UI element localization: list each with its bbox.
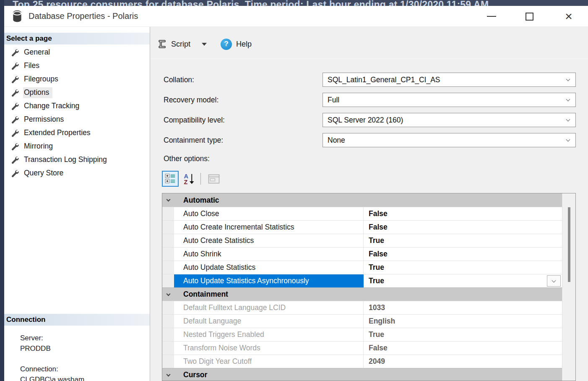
chevron-down-icon <box>566 97 570 101</box>
sidebar-item-label: Transaction Log Shipping <box>23 154 110 165</box>
connection-header: Connection <box>4 314 150 326</box>
chevron-down-icon <box>566 117 570 121</box>
row-margin <box>162 248 174 261</box>
sidebar-item-label: Options <box>23 87 52 98</box>
sidebar-item-label: Filegroups <box>23 74 62 85</box>
chevron-down-icon <box>552 278 556 282</box>
grid-row-two-digit-year-cutoff[interactable]: Two Digit Year Cutoff 2049 <box>162 355 562 368</box>
containment-type-select[interactable]: None <box>323 133 576 147</box>
sidebar-item-query-store[interactable]: Query Store <box>4 167 150 180</box>
property-grid-toolbar: A Z <box>162 170 223 187</box>
script-button[interactable]: Script <box>171 40 190 49</box>
script-icon <box>157 39 167 49</box>
collapse-chevron-icon[interactable] <box>162 199 174 201</box>
main-panel: Script ? Help Collation: SQL_Latin1_Gene… <box>150 27 588 381</box>
maximize-button[interactable] <box>520 6 539 27</box>
compatibility-level-value: SQL Server 2022 (160) <box>328 116 403 125</box>
chevron-down-icon <box>566 77 570 81</box>
grid-row-default-language[interactable]: Default Language English <box>162 314 562 328</box>
grid-row-auto-update-statistics-asynchronously[interactable]: Auto Update Statistics Asynchronously Tr… <box>162 274 562 287</box>
category-cursor[interactable]: Cursor <box>162 368 562 381</box>
grid-row-nested-triggers-enabled[interactable]: Nested Triggers Enabled True <box>162 328 562 341</box>
sidebar-item-label: Permissions <box>23 114 67 125</box>
grid-scrollbar-thumb[interactable] <box>568 207 570 282</box>
server-label: Server: <box>20 334 43 342</box>
recovery-model-value: Full <box>328 96 339 104</box>
grid-row-auto-create-incremental-statistics[interactable]: Auto Create Incremental Statistics False <box>162 220 562 234</box>
grid-row-transform-noise-words[interactable]: Transform Noise Words False <box>162 341 562 355</box>
grid-row-auto-shrink[interactable]: Auto Shrink False <box>162 247 562 261</box>
grid-row-auto-create-statistics[interactable]: Auto Create Statistics True <box>162 234 562 247</box>
sidebar-item-files[interactable]: Files <box>4 59 150 73</box>
connection-value: CLGDBC\a.washam <box>20 376 84 381</box>
help-icon: ? <box>221 39 232 50</box>
grid-row-default-fulltext-language-lcid[interactable]: Default Fulltext Language LCID 1033 <box>162 301 562 314</box>
property-pages-button[interactable] <box>205 171 223 187</box>
sidebar-item-change-tracking[interactable]: Change Tracking <box>4 99 150 113</box>
grid-row-auto-close[interactable]: Auto Close False <box>162 207 562 220</box>
sidebar-item-general[interactable]: General <box>4 46 150 59</box>
sidebar: Select a page General Files Filegroups O… <box>4 27 150 381</box>
connection-label: Connection: <box>20 365 58 373</box>
collation-select[interactable]: SQL_Latin1_General_CP1_CI_AS <box>323 73 576 87</box>
minimize-icon <box>487 16 496 17</box>
wrench-icon <box>10 75 19 84</box>
collation-label: Collation: <box>164 73 194 87</box>
sidebar-item-permissions[interactable]: Permissions <box>4 113 150 126</box>
row-margin <box>162 207 174 220</box>
category-containment[interactable]: Containment <box>162 287 562 301</box>
database-icon <box>12 10 23 23</box>
sidebar-item-extended-properties[interactable]: Extended Properties <box>4 126 150 140</box>
sidebar-item-mirroring[interactable]: Mirroring <box>4 140 150 153</box>
row-margin <box>162 328 174 341</box>
collapse-chevron-icon[interactable] <box>162 374 174 376</box>
background-window-edge <box>0 0 4 381</box>
script-dropdown-button[interactable] <box>200 38 209 50</box>
minimize-button[interactable] <box>482 6 501 27</box>
collapse-chevron-icon[interactable] <box>162 294 174 295</box>
category-automatic[interactable]: Automatic <box>162 193 562 207</box>
containment-type-label: Containment type: <box>164 133 223 147</box>
page-list: General Files Filegroups Options Change … <box>4 46 150 180</box>
value-dropdown-button[interactable] <box>547 275 561 287</box>
categorized-icon <box>165 173 176 184</box>
sidebar-item-transaction-log-shipping[interactable]: Transaction Log Shipping <box>4 153 150 167</box>
dialog-title: Database Properties - Polaris <box>29 11 138 21</box>
svg-text:Z: Z <box>184 179 188 185</box>
screen: Top 25 resource consumers for database P… <box>0 0 588 381</box>
sidebar-item-label: General <box>23 47 53 58</box>
sidebar-item-label: Files <box>23 60 43 71</box>
close-button[interactable]: × <box>559 6 578 27</box>
recovery-model-select[interactable]: Full <box>323 93 576 107</box>
row-margin <box>162 261 174 274</box>
collation-value: SQL_Latin1_General_CP1_CI_AS <box>328 76 440 84</box>
alphabetical-sort-button[interactable]: A Z <box>181 171 197 187</box>
wrench-icon <box>10 62 19 70</box>
sidebar-item-filegroups[interactable]: Filegroups <box>4 73 150 86</box>
toolbar-divider <box>200 173 201 185</box>
row-margin <box>162 342 174 355</box>
wrench-icon <box>10 89 19 97</box>
row-margin <box>162 301 174 314</box>
chevron-down-icon <box>566 137 570 141</box>
background-window-title: Top 25 resource consumers for database P… <box>13 0 489 6</box>
sidebar-item-label: Change Tracking <box>23 101 83 112</box>
select-a-page-header: Select a page <box>4 33 150 44</box>
compatibility-level-select[interactable]: SQL Server 2022 (160) <box>323 113 576 127</box>
options-property-grid: Automatic Auto Close False Auto Create I… <box>162 193 576 381</box>
row-margin <box>162 221 174 234</box>
row-margin <box>162 234 174 247</box>
help-button[interactable]: Help <box>236 40 252 49</box>
recovery-model-label: Recovery model: <box>164 93 219 107</box>
grid-scrollbar[interactable] <box>562 193 575 381</box>
dialog-toolbar: Script ? Help <box>157 36 252 52</box>
wrench-icon <box>10 115 19 124</box>
wrench-icon <box>10 169 19 177</box>
row-margin <box>162 274 174 287</box>
categorized-button[interactable] <box>162 171 179 187</box>
sidebar-item-label: Query Store <box>23 168 67 179</box>
wrench-icon <box>10 48 19 57</box>
sidebar-item-options[interactable]: Options <box>4 86 150 99</box>
containment-type-value: None <box>328 136 345 145</box>
grid-row-auto-update-statistics[interactable]: Auto Update Statistics True <box>162 261 562 274</box>
